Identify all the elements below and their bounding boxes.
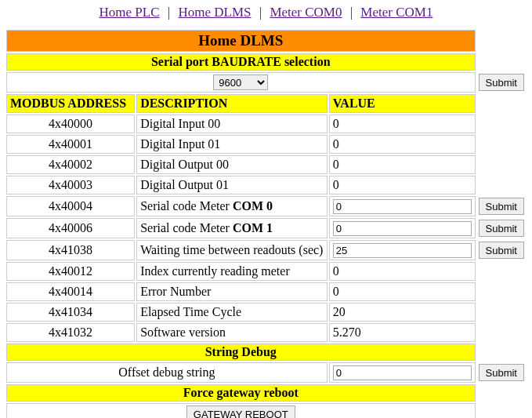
table-row-description: Index currently reading meter	[136, 262, 328, 281]
page-title: Home DLMS	[6, 30, 476, 52]
row-submit-button[interactable]: Submit	[479, 220, 524, 237]
table-row-address: 4x41032	[6, 323, 135, 342]
baudrate-heading: Serial port BAUDRATE selection	[6, 53, 476, 71]
table-row-value: 0	[329, 176, 476, 194]
nav-link-home-plc[interactable]: Home PLC	[100, 5, 160, 20]
col-address-header: MODBUS ADDRESS	[6, 94, 135, 113]
row-submit-button[interactable]: Submit	[479, 198, 524, 215]
nav-sep: |	[259, 5, 262, 20]
table-row-address: 4x40014	[6, 282, 135, 301]
table-row-description: Digital Output 00	[136, 155, 328, 174]
table-row-address: 4x40004	[6, 196, 135, 216]
table-row-address: 4x41038	[6, 240, 135, 260]
table-row-address: 4x40001	[6, 135, 135, 154]
table-row-value: 5.270	[329, 323, 476, 342]
nav-sep: |	[350, 5, 353, 20]
table-row-description: Digital Input 01	[136, 135, 328, 154]
string-debug-heading: String Debug	[6, 343, 476, 361]
table-row-value: 20	[329, 303, 476, 322]
offset-debug-input[interactable]	[333, 365, 472, 380]
baudrate-submit-button[interactable]: Submit	[479, 74, 524, 91]
col-description-header: DESCRIPTION	[136, 94, 328, 113]
offset-debug-submit-button[interactable]: Submit	[479, 364, 524, 381]
value-input[interactable]	[333, 221, 472, 236]
top-nav: Home PLC | Home DLMS | Meter COM0 | Mete…	[5, 5, 527, 20]
value-input[interactable]	[333, 243, 472, 258]
nav-sep: |	[168, 5, 170, 20]
table-row-description: Digital Input 00	[136, 114, 328, 133]
reboot-heading: Force gateway reboot	[6, 384, 476, 402]
table-row-value: 0	[329, 155, 476, 174]
table-row-value: 0	[329, 282, 476, 301]
table-row-value: 0	[329, 262, 476, 281]
table-row-address: 4x40002	[6, 155, 135, 174]
nav-link-home-dlms[interactable]: Home DLMS	[178, 5, 251, 20]
gateway-reboot-button[interactable]: GATEWAY REBOOT	[186, 405, 295, 418]
table-row-value: 0	[329, 114, 476, 133]
table-row-address: 4x40003	[6, 176, 135, 194]
row-submit-button[interactable]: Submit	[479, 242, 524, 259]
main-table: Home DLMS Serial port BAUDRATE selection…	[5, 28, 527, 418]
offset-debug-label: Offset debug string	[6, 362, 328, 383]
table-row-description: Serial code Meter COM 1	[136, 218, 328, 238]
table-row-description: Serial code Meter COM 0	[136, 196, 328, 216]
table-row-description: Waiting time between readouts (sec)	[136, 240, 328, 260]
table-row-description: Error Number	[136, 282, 328, 301]
table-row-description: Software version	[136, 323, 328, 342]
table-row-description: Elapsed Time Cycle	[136, 303, 328, 322]
value-input[interactable]	[333, 199, 472, 214]
table-row-address: 4x40012	[6, 262, 135, 281]
table-row-value: 0	[329, 135, 476, 154]
baudrate-select[interactable]: 9600	[213, 75, 268, 90]
table-row-address: 4x40000	[6, 114, 135, 133]
table-row-address: 4x40006	[6, 218, 135, 238]
nav-link-meter-com0[interactable]: Meter COM0	[270, 5, 342, 20]
table-row-address: 4x41034	[6, 303, 135, 322]
col-value-header: VALUE	[329, 94, 476, 113]
nav-link-meter-com1[interactable]: Meter COM1	[360, 5, 432, 20]
table-row-description: Digital Output 01	[136, 176, 328, 194]
